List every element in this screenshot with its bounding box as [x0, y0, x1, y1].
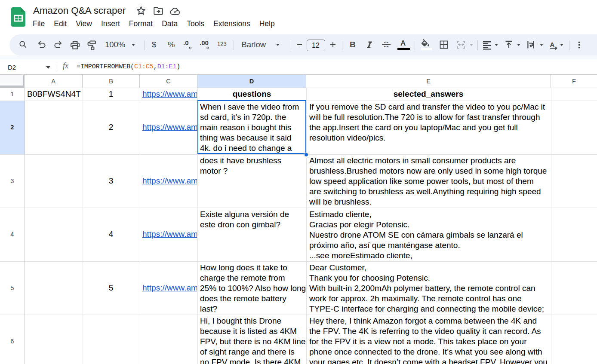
svg-text:A: A: [550, 41, 555, 48]
